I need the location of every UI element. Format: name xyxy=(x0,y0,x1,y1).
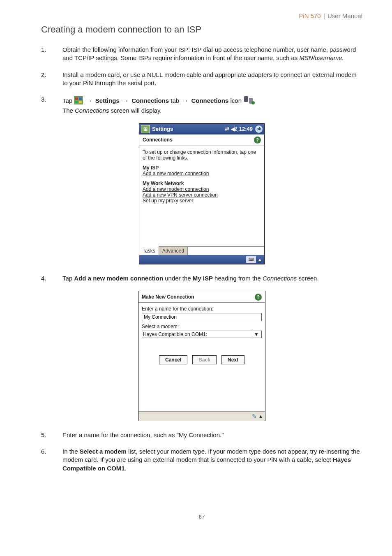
step-body: Obtain the following information from yo… xyxy=(62,46,362,63)
keyboard-icon[interactable]: ⌨ xyxy=(246,256,256,263)
link-add-modem-work[interactable]: Add a new modem connection xyxy=(143,186,261,192)
screenshot-connections: ⊞ Settings ⇄ ◀ξ 12:49 ok Connections ? T… xyxy=(41,123,362,264)
group-title: My Work Network xyxy=(143,181,261,186)
step-bold: My ISP xyxy=(193,275,213,282)
group-my-work: My Work Network Add a new modem connecti… xyxy=(143,181,261,204)
svg-rect-4 xyxy=(79,101,82,103)
step-text: heading from the xyxy=(213,275,263,282)
start-icon xyxy=(74,96,83,107)
step-1: 1. Obtain the following information from… xyxy=(41,46,362,63)
step-number: 1. xyxy=(41,46,62,63)
intro-text: To set up or change connection informati… xyxy=(143,149,261,161)
step-text: under the xyxy=(163,275,193,282)
step-text: . xyxy=(125,465,127,472)
panel-content: To set up or change connection informati… xyxy=(139,146,264,246)
step-italic: MSN/username. xyxy=(299,54,344,61)
button-row: Cancel Back Next xyxy=(142,355,262,364)
doc-title: User Manual xyxy=(327,12,362,19)
arrow-icon: → xyxy=(181,97,189,104)
step-italic: Connections xyxy=(75,107,109,114)
step-text: screen will display. xyxy=(109,107,161,114)
ok-button[interactable]: ok xyxy=(255,125,263,133)
tab-advanced[interactable]: Advanced xyxy=(159,247,188,255)
step-italic: Connections xyxy=(263,275,297,282)
signal-icon: ⇄ xyxy=(225,126,229,132)
step-list: 4. Tap Add a new modem connection under … xyxy=(41,274,362,283)
step-bold: Add a new modem connection xyxy=(74,275,163,282)
page: PiN 570 | User Manual Creating a modem c… xyxy=(0,0,392,536)
back-button[interactable]: Back xyxy=(192,355,217,364)
arrow-icon: → xyxy=(121,97,130,104)
label-connection-name: Enter a name for the connection: xyxy=(142,306,262,312)
screenshot-make-connection: Make New Connection ? Enter a name for t… xyxy=(41,291,362,421)
panel-title-row: Connections ? xyxy=(139,134,264,146)
step-text: The xyxy=(62,107,75,114)
link-add-modem-isp[interactable]: Add a new modem connection xyxy=(143,171,261,176)
step-text: Tap xyxy=(62,275,74,282)
select-value: Hayes Compatible on COM1: xyxy=(143,331,207,337)
page-number: 87 xyxy=(41,514,362,520)
svg-rect-2 xyxy=(79,97,82,100)
label-select-modem: Select a modem: xyxy=(142,324,262,329)
menu-up-icon[interactable]: ▲ xyxy=(258,257,262,262)
chevron-down-icon: ▼ xyxy=(252,331,261,337)
group-my-isp: My ISP Add a new modem connection xyxy=(143,165,261,176)
step-body: Tap Add a new modem connection under the… xyxy=(62,274,362,283)
svg-rect-5 xyxy=(244,96,248,102)
step-list: 1. Obtain the following information from… xyxy=(41,46,362,115)
panel-title-row: Make New Connection ? xyxy=(138,291,265,303)
step-text: In the xyxy=(62,448,80,455)
input-connection-name[interactable] xyxy=(142,313,262,321)
tab-bar: Tasks Advanced xyxy=(139,246,264,255)
link-proxy[interactable]: Set up my proxy server xyxy=(143,198,261,204)
step-bold: Select a modem xyxy=(80,448,127,455)
device-screen: Make New Connection ? Enter a name for t… xyxy=(138,291,265,421)
tab-tasks[interactable]: Tasks xyxy=(139,246,159,255)
header-separator: | xyxy=(323,12,325,19)
step-number: 4. xyxy=(41,274,62,283)
panel-title: Make New Connection xyxy=(142,294,194,300)
step-6: 6. In the Select a modem list, select yo… xyxy=(41,447,362,473)
step-number: 3. xyxy=(41,95,62,115)
step-3: 3. Tap → Settings → Connections tab → Co… xyxy=(41,95,362,115)
step-text: screen. xyxy=(297,275,318,282)
svg-rect-3 xyxy=(75,101,78,103)
step-text: tab xyxy=(171,97,181,104)
panel-content: Enter a name for the connection: Select … xyxy=(138,303,265,411)
menu-up-icon[interactable]: ▲ xyxy=(258,414,263,419)
help-icon[interactable]: ? xyxy=(254,137,261,144)
page-header: PiN 570 | User Manual xyxy=(41,12,362,19)
select-modem[interactable]: Hayes Compatible on COM1: ▼ xyxy=(142,331,262,338)
clock: 12:49 xyxy=(239,126,253,132)
step-list: 5. Enter a name for the connection, such… xyxy=(41,431,362,473)
step-4: 4. Tap Add a new modem connection under … xyxy=(41,274,362,283)
arrow-icon: → xyxy=(85,97,94,104)
step-number: 5. xyxy=(41,431,62,439)
step-bold: Connections xyxy=(191,97,228,104)
next-button[interactable]: Next xyxy=(221,355,244,364)
step-bold: Settings xyxy=(95,97,121,104)
step-2: 2. Install a modem card, or use a NULL m… xyxy=(41,71,362,88)
start-icon[interactable]: ⊞ xyxy=(141,125,150,133)
help-icon[interactable]: ? xyxy=(255,294,262,301)
svg-point-7 xyxy=(251,101,255,104)
group-title: My ISP xyxy=(143,165,261,171)
step-text: Tap xyxy=(62,97,74,104)
svg-rect-1 xyxy=(75,97,78,100)
step-number: 2. xyxy=(41,71,62,88)
connections-icon xyxy=(243,95,256,107)
section-title: Creating a modem connection to an ISP xyxy=(41,24,362,35)
pen-icon[interactable]: ✎ xyxy=(252,413,257,419)
screen-title: Settings xyxy=(152,126,173,132)
bottom-bar: ✎ ▲ xyxy=(138,411,265,421)
step-body: Tap → Settings → Connections tab → Conne… xyxy=(62,95,362,115)
step-body: Enter a name for the connection, such as… xyxy=(62,431,362,439)
panel-title: Connections xyxy=(143,137,173,143)
step-5: 5. Enter a name for the connection, such… xyxy=(41,431,362,439)
bottom-bar: ⌨ ▲ xyxy=(139,255,264,264)
volume-icon: ◀ξ xyxy=(231,126,238,132)
step-number: 6. xyxy=(41,447,62,473)
titlebar: ⊞ Settings ⇄ ◀ξ 12:49 ok xyxy=(139,124,264,134)
cancel-button[interactable]: Cancel xyxy=(159,355,187,364)
link-add-vpn[interactable]: Add a new VPN server connection xyxy=(143,192,261,198)
